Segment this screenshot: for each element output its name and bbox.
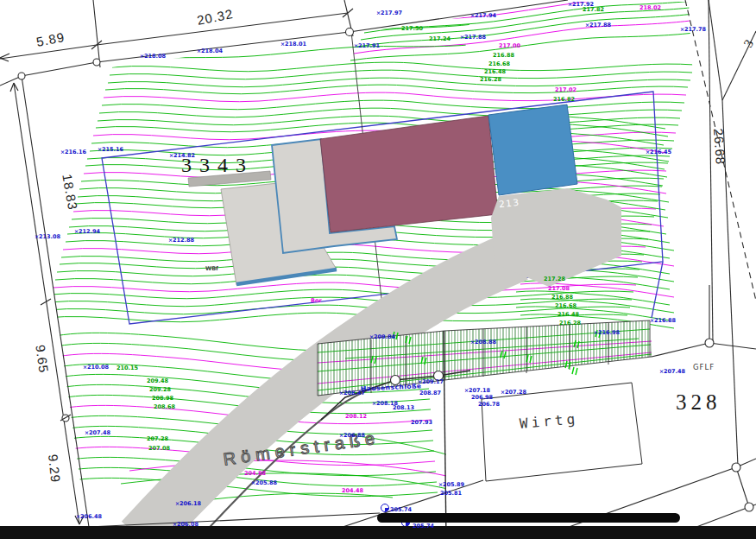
point-label: 207.28: [147, 436, 168, 442]
point-label: 208.47: [339, 390, 365, 396]
point-label: 205.88: [251, 480, 277, 486]
point-labels-layer: 218.08218.04218.01217.91217.97217.94217.…: [0, 0, 756, 539]
point-label: 205.74: [390, 507, 412, 513]
point-label: 206.48: [76, 514, 102, 520]
point-label: 204.88: [244, 471, 266, 477]
point-label: 217.02: [555, 87, 576, 93]
site-plan-canvas: 3343 328 213 3 Römerstraße Hausenschlöße…: [0, 0, 756, 539]
point-label: 208.13: [393, 405, 414, 411]
point-label: 209.17: [418, 379, 444, 385]
point-label: 209.28: [149, 387, 171, 393]
point-label: 206.08: [173, 522, 198, 528]
point-label: 216.16: [60, 149, 86, 155]
point-label: 218.01: [280, 41, 306, 48]
point-label: Bor: [311, 298, 322, 304]
point-label: 217.82: [583, 7, 604, 13]
point-label: 217.24: [429, 36, 450, 42]
point-label: 216.48: [558, 312, 579, 318]
point-label: 216.68: [488, 61, 510, 67]
point-label: 207.93: [411, 420, 432, 426]
point-label: 217.78: [680, 27, 706, 33]
point-label: 217.08: [548, 286, 570, 292]
point-label: 207.48: [659, 369, 685, 375]
point-label: 205.89: [438, 482, 464, 488]
point-label: 217.97: [376, 10, 402, 16]
point-label: 216.88: [650, 318, 676, 324]
point-label: 218.08: [140, 54, 166, 60]
point-label: 206.88: [339, 433, 365, 439]
point-label: 208.87: [419, 390, 441, 396]
point-label: 217.88: [585, 22, 611, 29]
point-label: 207.08: [148, 446, 170, 452]
point-label: 207.48: [85, 430, 110, 436]
point-label: 216.68: [555, 303, 576, 309]
point-label: 213.08: [35, 234, 60, 240]
point-label: 218.04: [197, 48, 223, 54]
point-label: 216.98: [594, 330, 620, 336]
point-label: 218.02: [639, 5, 661, 11]
point-label: 207.18: [464, 388, 490, 394]
point-label: 209.84: [369, 334, 395, 340]
point-label: 216.88: [493, 53, 514, 59]
point-label: 210.08: [83, 365, 109, 371]
point-label: 212.88: [168, 238, 194, 244]
point-label: 214.82: [169, 153, 195, 159]
point-label: 217.91: [354, 43, 380, 49]
point-label: 208.12: [345, 414, 367, 420]
point-label: 216.28: [480, 77, 501, 83]
point-label: 206.98: [471, 395, 493, 401]
point-label: 206.18: [175, 501, 201, 507]
point-label: 217.88: [460, 35, 486, 41]
point-label: 206.78: [478, 402, 500, 408]
point-label: 205.81: [440, 491, 462, 497]
point-label: 208.68: [154, 404, 175, 410]
point-label: 208.88: [470, 339, 496, 346]
point-label: 217.00: [499, 43, 520, 49]
point-label: 215.16: [98, 147, 123, 153]
point-label: 208.98: [152, 396, 173, 402]
point-label: 217.94: [470, 13, 496, 19]
point-label: 210.15: [117, 365, 138, 371]
point-label: 216.48: [484, 69, 506, 75]
point-label: 217.50: [401, 26, 423, 32]
point-label: 205.74: [413, 523, 434, 529]
point-label: 216.28: [559, 320, 581, 327]
point-label: 207.28: [501, 390, 526, 396]
point-label: 209.48: [147, 378, 168, 384]
point-label: 212.94: [74, 229, 100, 235]
point-label: 216.88: [551, 295, 573, 301]
point-label: 217.28: [544, 276, 565, 282]
point-label: 204.48: [342, 488, 363, 494]
point-label: 216.45: [646, 149, 671, 155]
point-label: WBf: [205, 266, 218, 272]
point-label: 216.82: [553, 97, 575, 103]
